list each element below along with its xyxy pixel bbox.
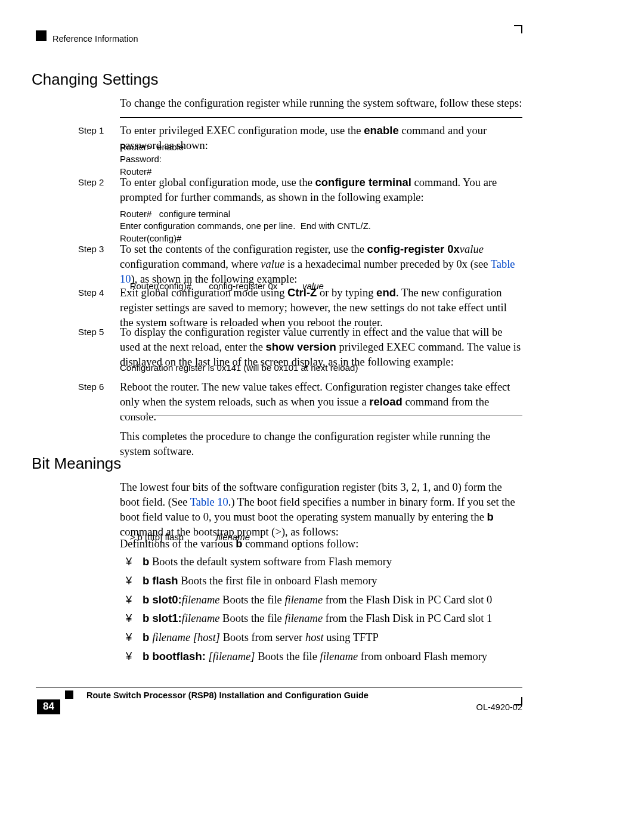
step-label: Step 1 — [78, 123, 120, 153]
crop-mark — [514, 697, 522, 705]
step-body: Exit global configuration mode using Ctr… — [120, 286, 522, 330]
horizontal-rule — [120, 117, 522, 118]
heading-changing-settings: Changing Settings — [32, 70, 158, 89]
running-header: Reference Information — [52, 34, 138, 44]
list-item: ¥ b filename [host] Boots from server ho… — [126, 630, 522, 646]
step-label: Step 4 — [78, 286, 120, 330]
list-item: ¥ b slot0:filename Boots the file filena… — [126, 592, 522, 608]
page-number: 84 — [37, 699, 60, 714]
step-4: Step 4 Exit global configuration mode us… — [78, 286, 522, 330]
list-item: ¥ b Boots the default system software fr… — [126, 554, 522, 570]
code-block: Router> enable Password: Router# — [120, 141, 184, 178]
step-label: Step 6 — [78, 380, 120, 425]
footer-square-icon — [65, 690, 73, 699]
list-item: ¥ b slot1:filename Boots the file filena… — [126, 611, 522, 627]
crop-mark-square — [36, 30, 47, 41]
list-item: ¥ b flash Boots the first file in onboar… — [126, 573, 522, 589]
step-label: Step 2 — [78, 175, 120, 205]
bullet-list: ¥ b Boots the default system software fr… — [126, 554, 522, 668]
code-block: Router# configure terminal Enter configu… — [120, 208, 371, 244]
step-body: Reboot the router. The new value takes e… — [120, 380, 522, 425]
horizontal-rule-light — [120, 415, 522, 416]
footer-rule — [36, 688, 522, 688]
step-label: Step 5 — [78, 325, 120, 370]
crop-mark — [514, 25, 522, 33]
code-block: Configuration register is 0x141 (will be… — [120, 362, 358, 374]
step-6: Step 6 Reboot the router. The new value … — [78, 380, 522, 425]
link-table-10[interactable]: Table 10 — [190, 496, 228, 508]
step-label: Step 3 — [78, 242, 120, 287]
list-item: ¥ b bootflash: [filename] Boots the file… — [126, 649, 522, 665]
intro-paragraph: To change the configuration register whi… — [120, 96, 522, 111]
heading-bit-meanings: Bit Meanings — [32, 454, 121, 473]
outro-paragraph: This completes the procedure to change t… — [120, 429, 522, 459]
definitions-intro: Definitions of the various b command opt… — [120, 537, 522, 552]
step-2: Step 2 To enter global configuration mod… — [78, 175, 522, 205]
footer-title: Route Switch Processor (RSP8) Installati… — [86, 690, 369, 700]
step-body: To enter global configuration mode, use … — [120, 175, 522, 205]
document-page: Reference Information Changing Settings … — [0, 0, 644, 833]
